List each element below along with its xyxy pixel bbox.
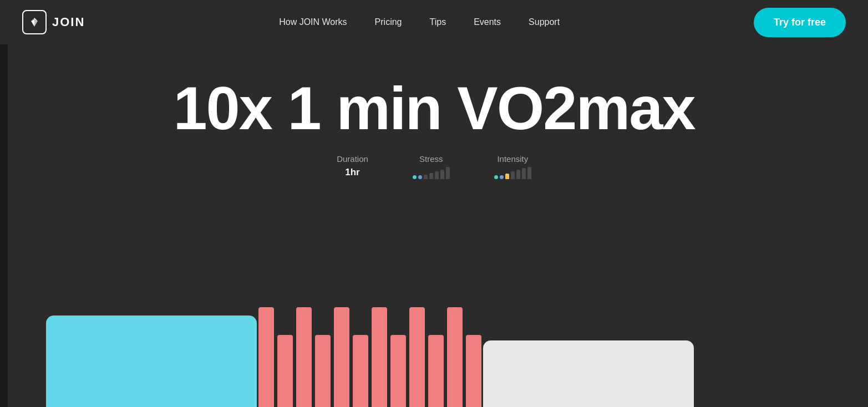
pink-bar-8 [390,335,406,407]
stress-bar-3 [435,171,439,179]
nav-item-pricing[interactable]: Pricing [375,17,402,27]
stat-intensity: Intensity [494,154,531,179]
intensity-bar-4 [522,168,526,179]
nav-link-support[interactable]: Support [529,17,560,27]
nav-link-tips[interactable]: Tips [430,17,446,27]
stress-dot-1 [413,175,417,179]
logo-svg [28,16,41,29]
stat-duration: Duration 1hr [337,154,368,178]
chart-area [0,296,868,407]
chart-inner [46,296,823,407]
chart-block-white [483,340,694,407]
navbar: JOIN How JOIN Works Pricing Tips Events … [0,0,868,44]
stress-bar-5 [446,167,450,179]
hero-section: 10x 1 min VO2max Duration 1hr Stress [0,0,868,407]
nav-link-pricing[interactable]: Pricing [375,17,402,27]
nav-link-events[interactable]: Events [474,17,501,27]
pink-bar-5 [334,307,349,407]
pink-bar-1 [258,307,274,407]
pink-bar-11 [447,307,463,407]
stress-label: Stress [419,154,443,164]
intensity-bar-2 [511,171,515,179]
hero-stats: Duration 1hr Stress Intensity [173,154,694,179]
nav-links: How JOIN Works Pricing Tips Events Suppo… [279,17,560,27]
duration-label: Duration [337,154,368,164]
intensity-dot-1 [494,175,498,179]
stat-stress: Stress [413,154,450,179]
chart-pink-bars [257,307,483,407]
intensity-dot-2 [500,175,504,179]
intensity-label: Intensity [497,154,528,164]
nav-item-events[interactable]: Events [474,17,501,27]
stress-indicator [413,167,450,179]
stress-bar-2 [429,173,433,179]
intensity-bar-5 [527,167,531,179]
stress-bar-4 [440,170,444,179]
stress-dot-2 [418,175,422,179]
chart-block-cyan [46,316,257,407]
pink-bar-4 [315,335,331,407]
stress-bar-1 [424,175,428,179]
logo-icon [22,10,47,34]
pink-bar-6 [353,335,368,407]
nav-item-support[interactable]: Support [529,17,560,27]
intensity-bar-yellow [505,174,509,179]
pink-bar-10 [428,335,444,407]
pink-bar-7 [372,307,387,407]
hero-title: 10x 1 min VO2max [173,78,694,139]
nav-link-how[interactable]: How JOIN Works [279,17,347,27]
pink-bar-3 [296,307,312,407]
pink-bar-12 [466,335,481,407]
logo-label: JOIN [52,15,85,29]
hero-content: 10x 1 min VO2max Duration 1hr Stress [173,78,694,179]
intensity-bar-3 [516,170,520,179]
nav-item-how[interactable]: How JOIN Works [279,17,347,27]
duration-value: 1hr [345,167,359,178]
pink-bar-2 [277,335,293,407]
pink-bar-9 [409,307,425,407]
intensity-indicator [494,167,531,179]
logo[interactable]: JOIN [22,10,85,34]
try-free-button[interactable]: Try for free [754,8,846,37]
nav-item-tips[interactable]: Tips [430,17,446,27]
